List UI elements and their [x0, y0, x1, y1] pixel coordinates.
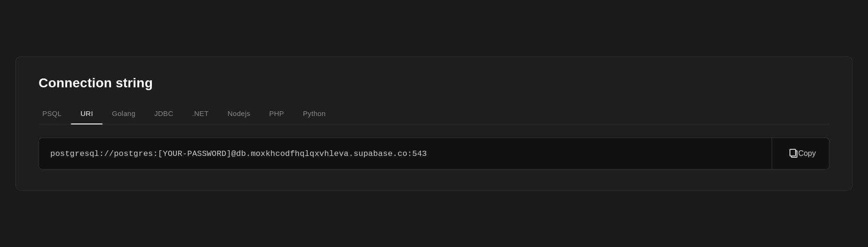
tab-psql[interactable]: PSQL [39, 106, 71, 124]
connection-string-card: Connection string PSQL URI Golang JDBC .… [16, 56, 852, 191]
tab-golang[interactable]: Golang [103, 106, 145, 124]
copy-icon [785, 149, 794, 158]
tab-nodejs[interactable]: Nodejs [218, 106, 260, 124]
connection-string-box: postgresql://postgres:[YOUR-PASSWORD]@db… [39, 138, 829, 170]
copy-button-label: Copy [798, 149, 816, 158]
tab-bar: PSQL URI Golang JDBC .NET Nodejs PHP Pyt… [39, 106, 829, 124]
card-title: Connection string [39, 76, 829, 91]
tab-python[interactable]: Python [293, 106, 335, 124]
copy-button[interactable]: Copy [772, 138, 829, 169]
tab-php[interactable]: PHP [260, 106, 293, 124]
tab-uri[interactable]: URI [71, 106, 103, 124]
tab-dotnet[interactable]: .NET [183, 106, 218, 124]
connection-string-value: postgresql://postgres:[YOUR-PASSWORD]@db… [50, 149, 772, 158]
tab-jdbc[interactable]: JDBC [145, 106, 182, 124]
